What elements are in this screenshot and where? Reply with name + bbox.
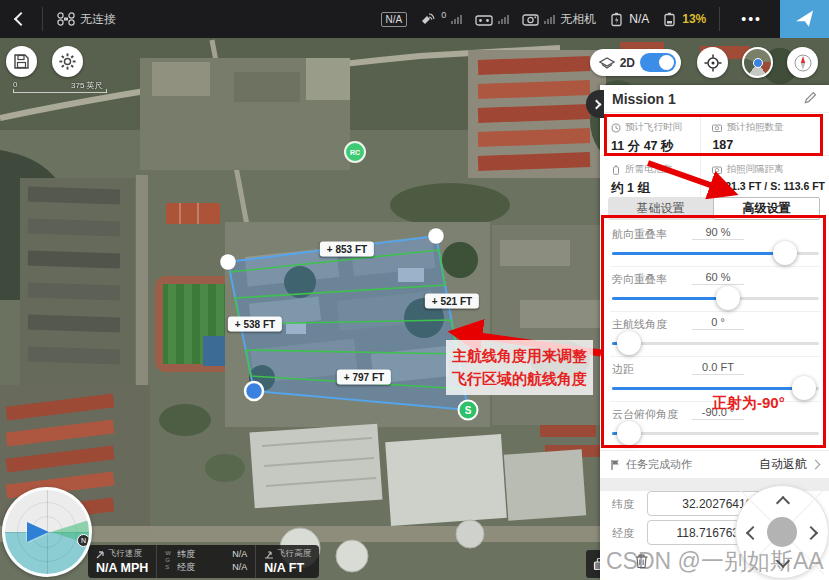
slider-thumb[interactable] [792,376,816,400]
gps-signal-bars-icon [451,15,462,24]
slider-thumb[interactable] [773,241,797,265]
locate-button[interactable] [697,47,728,78]
altitude-value: N/A FT [264,561,311,575]
stat-value: F: 21.3 FT / S: 113.6 FT [712,180,825,192]
altitude-icon [264,550,274,559]
speed-arrow-icon [96,550,105,559]
slider-fill [612,387,816,390]
course-overlap-slider[interactable] [612,252,819,255]
edge-distance-label: + 538 FT [228,317,282,332]
slider-thumb[interactable] [617,331,641,355]
divider [719,7,720,31]
crosshair-icon [704,54,722,72]
rc-signal-status[interactable] [475,13,509,26]
gimbal-pitch-slider[interactable] [612,432,819,435]
dpad-down-button[interactable] [776,554,790,568]
stat-value: 11 分 47 秒 [611,138,696,155]
margin-value-field[interactable]: 0.0 FT [692,361,744,375]
tab-basic-settings[interactable]: 基础设置 [608,197,713,220]
rc-battery-status[interactable]: 13% [662,12,706,27]
map-scale: 0 375 英尺 [13,80,113,89]
app-screen: S RC + 853 FT + 521 FT + 538 FT + 797 FT… [0,0,829,580]
dpad-up-button[interactable] [776,496,790,510]
back-button[interactable] [0,0,42,38]
more-menu-button[interactable]: ••• [733,11,770,27]
dpad-center-button[interactable] [767,517,797,547]
tab-advanced-settings[interactable]: 高级设置 [713,197,820,220]
save-mission-button[interactable] [6,46,37,77]
mission-title: Mission 1 [612,91,676,107]
map-scale-start: 0 [13,80,17,89]
slider-label: 旁向重叠率 [612,272,667,287]
side-overlap-value-field[interactable]: 60 % [692,271,744,285]
speed-label: 飞行速度 [108,548,142,560]
stat-label: 所需电池数 [625,163,673,176]
aircraft-status[interactable]: 无连接 [57,11,116,28]
camera-icon [522,13,539,26]
map-2d-toggle[interactable] [640,53,676,72]
longitude-label: 经度 [612,526,634,541]
finish-action-row[interactable]: 任务完成动作 自动返航 [600,450,829,478]
settings-button[interactable] [52,46,83,77]
attitude-compass[interactable]: N [2,487,92,577]
stat-photo-interval: 拍照间隔距离 F: 21.3 FT / S: 113.6 FT [700,155,829,197]
slider-label: 云台俯仰角度 [612,407,678,422]
drone-icon [57,12,75,26]
side-overlap-slider[interactable] [612,297,819,300]
telemetry-speed: 飞行速度 N/A MPH [88,545,156,578]
aircraft-battery-value: N/A [629,12,649,26]
gps-status[interactable]: 0 [420,12,462,26]
rc-battery-icon [662,12,677,27]
compass-reset-button[interactable] [787,47,818,78]
slider-label: 主航线角度 [612,317,667,332]
battery-icon [611,165,621,175]
slider-label: 航向重叠率 [612,227,667,242]
camera-signal-status[interactable]: 无相机 [522,11,596,28]
connection-status-text: 无连接 [80,11,116,28]
edit-mission-name-button[interactable] [804,90,817,108]
altitude-label: 飞行高度 [277,548,311,560]
top-bar-right: N/A 0 无相机 N/A 13% [381,7,780,31]
stat-label: 拍照间隔距离 [726,163,783,176]
telemetry-lng-value: N/A [232,561,247,574]
dpad-left-button[interactable] [746,526,760,540]
map-mode-control: 2D [590,49,681,76]
interval-icon [712,166,722,174]
annotation-ortho-note: 正射为-90° [712,394,785,413]
latitude-label: 纬度 [612,497,634,512]
margin-slider[interactable] [612,387,819,390]
route-angle-value-field[interactable]: 0 ° [692,316,744,330]
compass-needle-icon [793,53,813,73]
takeoff-button[interactable] [780,0,829,38]
slider-thumb[interactable] [716,286,740,310]
slider-fill [612,252,794,255]
back-chevron-icon [14,12,28,26]
gear-icon [58,52,77,71]
telemetry-lat-label: 纬度 [177,548,195,561]
delete-mission-button[interactable] [634,553,649,573]
telemetry-position: WGS 纬度N/A 经度N/A [156,545,255,578]
satellite-icon [420,12,436,26]
map-mode-label: 2D [620,56,635,70]
stat-label: 预计拍照数量 [726,121,783,134]
slider-label: 边距 [612,362,634,377]
aircraft-battery-status[interactable]: N/A [609,12,649,27]
satellite-count: 0 [441,10,446,20]
rc-battery-value: 13% [682,12,706,26]
map-scale-line [13,92,107,93]
wgs-label: WGS [165,548,173,574]
dpad-right-button[interactable] [804,526,818,540]
camera-status-text: 无相机 [560,11,596,28]
aircraft-battery-icon [609,12,624,27]
telemetry-lat-value: N/A [232,548,247,561]
course-overlap-value-field[interactable]: 90 % [692,226,744,240]
chevron-right-icon [592,99,602,109]
stat-flight-time: 预计飞行时间 11 分 47 秒 [600,114,700,155]
toggle-knob [659,55,674,70]
route-angle-slider[interactable] [612,342,819,345]
slider-thumb[interactable] [617,421,641,445]
minimap-button[interactable] [742,47,773,78]
north-indicator: N [77,534,90,547]
camera-signal-bars-icon [544,15,555,24]
telemetry-altitude: 飞行高度 N/A FT [255,545,319,578]
